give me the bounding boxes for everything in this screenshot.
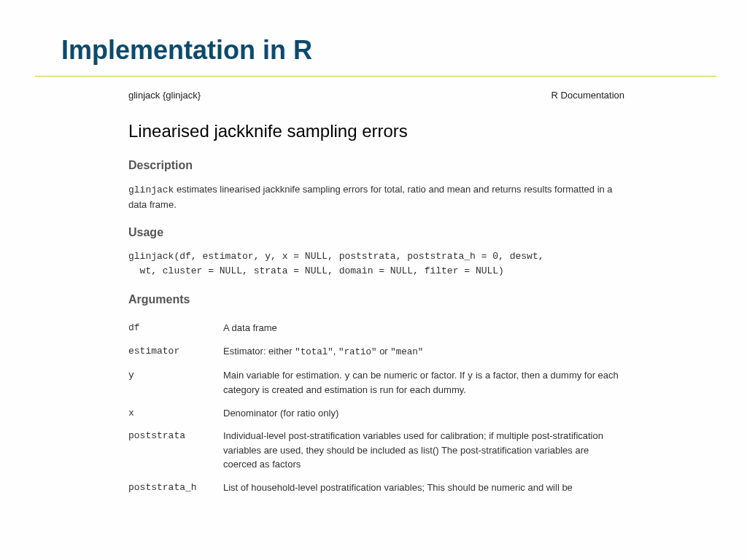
- arg-name: poststrata: [128, 424, 223, 476]
- doc-type-label: R Documentation: [551, 90, 624, 101]
- arg-name: estimator: [128, 340, 223, 364]
- table-row: estimator Estimator: either "total", "ra…: [128, 340, 624, 364]
- code-literal: "total": [295, 347, 333, 357]
- table-row: poststrata_h List of household-level pos…: [128, 476, 624, 499]
- description-text: glinjack estimates linearised jackknife …: [128, 182, 624, 211]
- section-usage: Usage: [128, 226, 624, 239]
- title-divider: [35, 76, 716, 77]
- code-literal: "mean": [390, 347, 423, 357]
- text: or: [377, 346, 391, 357]
- section-arguments: Arguments: [128, 293, 624, 306]
- text: Estimator: either: [223, 346, 295, 357]
- doc-title: Linearised jackknife sampling errors: [128, 121, 624, 141]
- func-name: glinjack: [128, 184, 174, 195]
- code-literal: "ratio": [338, 347, 377, 357]
- arg-desc: A data frame: [223, 316, 624, 340]
- arg-desc: Main variable for estimation. y can be n…: [223, 364, 624, 402]
- table-row: x Denominator (for ratio only): [128, 402, 624, 425]
- arg-desc: Individual-level post-stratification var…: [223, 424, 624, 476]
- arg-desc: Denominator (for ratio only): [223, 402, 624, 425]
- r-doc-container: glinjack {glinjack} R Documentation Line…: [128, 90, 624, 499]
- text: Main variable for estimation.: [223, 370, 344, 381]
- slide-title: Implementation in R: [0, 0, 747, 76]
- description-body: estimates linearised jackknife sampling …: [128, 184, 613, 210]
- table-row: y Main variable for estimation. y can be…: [128, 364, 624, 402]
- text: can be numeric or factor. If: [350, 370, 468, 381]
- arg-name: y: [128, 364, 223, 402]
- table-row: df A data frame: [128, 316, 624, 340]
- arg-name: x: [128, 402, 223, 425]
- doc-header: glinjack {glinjack} R Documentation: [128, 90, 624, 101]
- arg-desc: List of household-level postratification…: [223, 476, 624, 499]
- doc-package-label: glinjack {glinjack}: [128, 90, 201, 101]
- code-literal: y: [344, 371, 350, 381]
- text: ,: [333, 346, 338, 357]
- table-row: poststrata Individual-level post-stratif…: [128, 424, 624, 476]
- arg-name: df: [128, 316, 223, 340]
- arguments-table: df A data frame estimator Estimator: eit…: [128, 316, 624, 499]
- section-description: Description: [128, 159, 624, 172]
- usage-code: glinjack(df, estimator, y, x = NULL, pos…: [128, 249, 624, 279]
- arg-desc: Estimator: either "total", "ratio" or "m…: [223, 340, 624, 364]
- arg-name: poststrata_h: [128, 476, 223, 499]
